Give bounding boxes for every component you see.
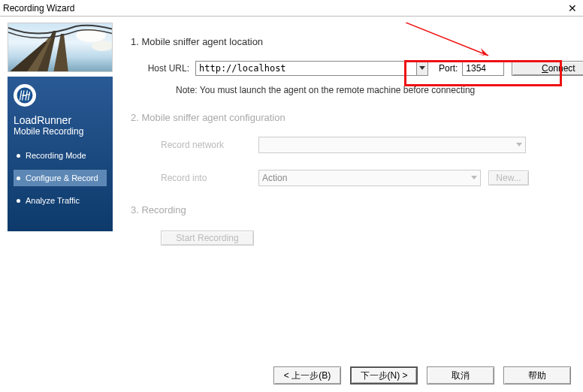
step2-heading: 2. Mobile sniffer agent configuration xyxy=(131,112,583,123)
close-icon[interactable]: ✕ xyxy=(562,0,583,16)
new-button: New... xyxy=(488,170,529,185)
step3-heading: 3. Recording xyxy=(131,204,583,216)
help-button[interactable]: 帮助 xyxy=(503,366,571,384)
bullet-icon xyxy=(17,154,20,158)
chevron-down-icon xyxy=(513,137,525,152)
content-panel: 1. Mobile sniffer agent location Host UR… xyxy=(113,17,583,344)
brand-panel: LoadRunner Mobile Recording Recording Mo… xyxy=(8,77,113,231)
banner-image xyxy=(8,23,113,72)
note-text: Note: You must launch the agent on the r… xyxy=(176,85,583,95)
record-network-label: Record network xyxy=(161,140,258,150)
port-label: Port: xyxy=(439,63,458,74)
connect-button[interactable]: Connect xyxy=(512,61,583,76)
record-network-combo xyxy=(258,137,526,153)
sidebar-item-analyze-traffic[interactable]: Analyze Traffic xyxy=(14,192,107,209)
record-into-combo: Action xyxy=(258,170,481,186)
host-url-combo[interactable] xyxy=(195,61,428,76)
product-name-2: Mobile Recording xyxy=(14,126,107,137)
hp-logo-icon xyxy=(14,84,36,107)
window-title: Recording Wizard xyxy=(3,0,74,16)
bullet-icon xyxy=(17,176,20,180)
sidebar-item-label: Analyze Traffic xyxy=(26,196,80,205)
chevron-down-icon xyxy=(468,170,480,185)
start-recording-button: Start Recording xyxy=(161,231,254,246)
host-url-label: Host URL: xyxy=(131,63,189,74)
step1-heading: 1. Mobile sniffer agent location xyxy=(131,36,583,47)
divider xyxy=(8,347,575,348)
sidebar-item-label: Recording Mode xyxy=(26,151,86,160)
svg-point-1 xyxy=(92,41,113,51)
host-url-input[interactable] xyxy=(196,62,416,75)
sidebar-item-recording-mode[interactable]: Recording Mode xyxy=(14,147,107,164)
chevron-down-icon[interactable] xyxy=(416,62,427,75)
port-input[interactable] xyxy=(462,61,504,76)
sidebar-item-configure-record[interactable]: Configure & Record xyxy=(14,170,107,186)
sidebar-item-label: Configure & Record xyxy=(26,173,98,182)
footer-buttons: < 上一步(B) 下一步(N) > 取消 帮助 xyxy=(273,366,571,384)
cancel-button[interactable]: 取消 xyxy=(427,366,494,384)
bullet-icon xyxy=(17,199,20,203)
back-button[interactable]: < 上一步(B) xyxy=(273,366,341,384)
next-button[interactable]: 下一步(N) > xyxy=(350,366,418,384)
title-bar: Recording Wizard ✕ xyxy=(0,0,583,17)
sidebar: LoadRunner Mobile Recording Recording Mo… xyxy=(8,23,113,344)
record-into-label: Record into xyxy=(161,173,258,183)
product-name-1: LoadRunner xyxy=(14,114,107,126)
record-into-value: Action xyxy=(259,173,468,183)
